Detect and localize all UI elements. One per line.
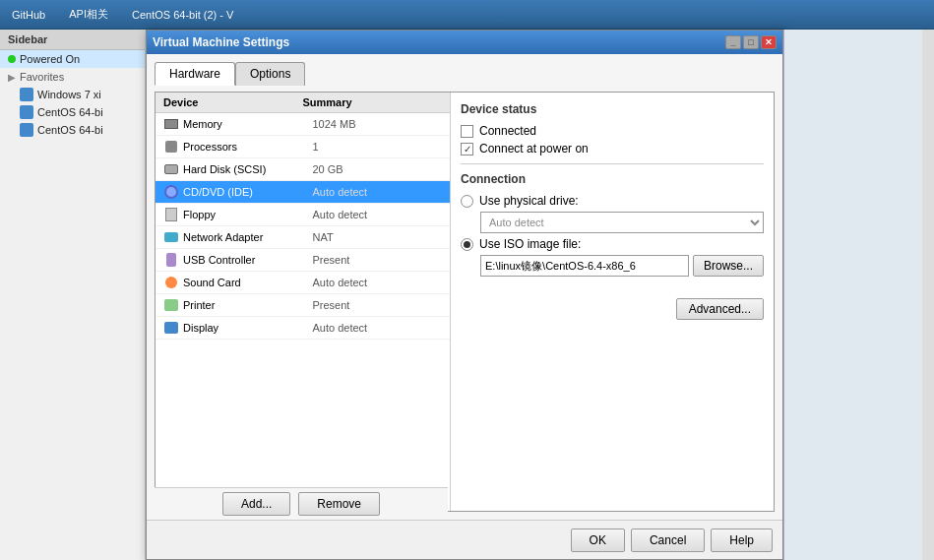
display-icon (163, 320, 179, 336)
taskbar-vm[interactable]: CentOS 64-bit (2) - V (124, 7, 241, 23)
connection-title: Connection (461, 172, 764, 186)
usb-icon (163, 252, 179, 268)
connect-power-option-row: Connect at power on (461, 142, 764, 156)
tab-options[interactable]: Options (235, 62, 305, 86)
right-panel: Device status Connected Connect at power… (451, 93, 774, 511)
cpu-icon (163, 139, 179, 155)
physical-drive-radio[interactable] (461, 195, 473, 208)
titlebar-controls: _ □ ✕ (725, 35, 777, 49)
iso-file-radio[interactable] (461, 238, 473, 251)
device-list: Device Summary Memory 1024 MB Processors… (156, 93, 451, 511)
auto-detect-dropdown-row: Auto detect (480, 212, 764, 233)
device-name-processors: Processors (183, 141, 313, 153)
auto-detect-dropdown[interactable]: Auto detect (480, 212, 764, 233)
summary-col-header: Summary (303, 96, 443, 108)
device-row-printer[interactable]: Printer Present (156, 294, 450, 317)
connected-checkbox[interactable] (461, 125, 473, 138)
device-col-header: Device (163, 96, 303, 108)
vm-settings-dialog: Virtual Machine Settings _ □ ✕ Hardware … (146, 30, 783, 560)
device-row-usb[interactable]: USB Controller Present (156, 249, 450, 272)
sidebar-favorites-label: Favorites (20, 71, 64, 83)
scrollbar[interactable] (922, 30, 934, 560)
device-summary-processors: 1 (313, 141, 443, 153)
device-summary-usb: Present (313, 254, 443, 266)
iso-path-input[interactable] (480, 255, 689, 277)
device-name-hdd: Hard Disk (SCSI) (183, 163, 313, 175)
dialog-footer: OK Cancel Help (147, 520, 782, 559)
cancel-button[interactable]: Cancel (631, 529, 705, 552)
connect-power-label: Connect at power on (479, 142, 589, 156)
right-side-panel (783, 30, 934, 560)
tab-content: Device Summary Memory 1024 MB Processors… (155, 92, 775, 512)
physical-drive-row: Use physical drive: (461, 194, 764, 208)
browse-button[interactable]: Browse... (693, 255, 764, 277)
ok-button[interactable]: OK (571, 529, 625, 552)
sidebar-favorites-section: ▶ Favorites (0, 68, 145, 86)
device-list-header: Device Summary (156, 93, 450, 113)
maximize-button[interactable]: □ (743, 35, 759, 49)
device-row-memory[interactable]: Memory 1024 MB (156, 113, 450, 136)
device-row-hdd[interactable]: Hard Disk (SCSI) 20 GB (156, 158, 450, 181)
sidebar-item-centos1[interactable]: CentOS 64-bi (0, 103, 145, 121)
taskbar-api[interactable]: API相关 (61, 5, 116, 24)
list-footer: Add... Remove (155, 487, 448, 520)
taskbar-github[interactable]: GitHub (4, 7, 53, 23)
remove-button[interactable]: Remove (298, 492, 380, 516)
device-row-cdrom[interactable]: CD/DVD (IDE) Auto detect (156, 181, 450, 204)
iso-file-row: Use ISO image file: (461, 237, 764, 251)
vm-icon-centos2 (20, 123, 33, 137)
advanced-button[interactable]: Advanced... (676, 298, 764, 320)
device-row-processors[interactable]: Processors 1 (156, 136, 450, 158)
iso-path-row: Browse... (480, 255, 764, 277)
connected-option-row: Connected (461, 124, 764, 138)
device-name-display: Display (183, 322, 313, 334)
device-status-title: Device status (461, 102, 764, 116)
tab-bar: Hardware Options (155, 62, 775, 86)
add-button[interactable]: Add... (222, 492, 290, 516)
sidebar-centos1-label: CentOS 64-bi (37, 106, 103, 118)
device-row-sound[interactable]: Sound Card Auto detect (156, 272, 450, 294)
device-name-usb: USB Controller (183, 254, 313, 266)
dialog-body: Hardware Options Device Summary Memory 1… (147, 54, 782, 520)
physical-drive-label: Use physical drive: (479, 194, 579, 208)
cdrom-icon (163, 184, 179, 200)
device-summary-hdd: 20 GB (313, 163, 443, 175)
sidebar-item-win7[interactable]: Windows 7 xi (0, 86, 145, 103)
printer-icon (163, 297, 179, 313)
connected-label: Connected (479, 124, 536, 138)
device-name-printer: Printer (183, 299, 313, 311)
help-button[interactable]: Help (711, 529, 773, 552)
device-summary-memory: 1024 MB (313, 118, 443, 130)
device-row-floppy[interactable]: Floppy Auto detect (156, 204, 450, 226)
device-row-display[interactable]: Display Auto detect (156, 317, 450, 340)
iso-file-label: Use ISO image file: (479, 237, 581, 251)
connect-power-checkbox[interactable] (461, 143, 473, 156)
device-summary-display: Auto detect (313, 322, 443, 334)
device-row-network[interactable]: Network Adapter NAT (156, 226, 450, 249)
sidebar-item-powered-on[interactable]: Powered On (0, 50, 145, 68)
vm-icon-centos1 (20, 105, 33, 119)
device-summary-network: NAT (313, 231, 443, 243)
sidebar-item-centos2[interactable]: CentOS 64-bi (0, 121, 145, 139)
device-name-network: Network Adapter (183, 231, 313, 243)
section-divider-1 (461, 163, 764, 164)
device-name-floppy: Floppy (183, 209, 313, 220)
device-summary-cdrom: Auto detect (313, 186, 443, 198)
dialog-title: Virtual Machine Settings (153, 35, 289, 49)
device-name-memory: Memory (183, 118, 313, 130)
sidebar: Sidebar Powered On ▶ Favorites Windows 7… (0, 30, 146, 560)
device-name-cdrom: CD/DVD (IDE) (183, 186, 313, 198)
device-summary-floppy: Auto detect (313, 209, 443, 220)
memory-icon (163, 116, 179, 132)
network-icon (163, 229, 179, 245)
sidebar-powered-on-label: Powered On (20, 53, 80, 65)
vm-icon-win7 (20, 88, 33, 101)
dialog-titlebar: Virtual Machine Settings _ □ ✕ (147, 31, 782, 54)
sidebar-centos2-label: CentOS 64-bi (37, 124, 103, 136)
sidebar-win7-label: Windows 7 xi (37, 89, 101, 100)
minimize-button[interactable]: _ (725, 35, 741, 49)
powered-on-dot (8, 55, 16, 63)
taskbar: GitHub API相关 CentOS 64-bit (2) - V (0, 0, 934, 30)
close-button[interactable]: ✕ (761, 35, 777, 49)
tab-hardware[interactable]: Hardware (155, 62, 235, 86)
